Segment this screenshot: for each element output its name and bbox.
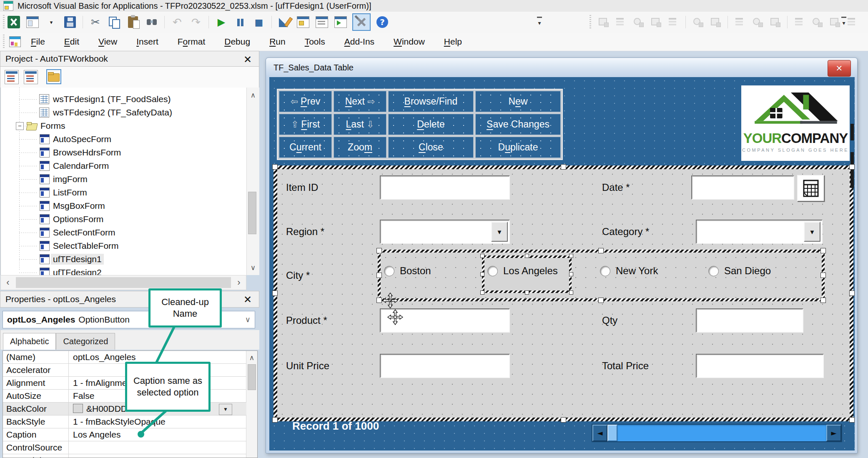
- increase-indent-icon[interactable]: [692, 16, 704, 28]
- project-close-icon[interactable]: ✕: [240, 53, 256, 67]
- nav-button-close[interactable]: Close: [388, 137, 474, 158]
- menubar-grip[interactable]: [3, 35, 5, 49]
- toolbox-icon[interactable]: [352, 13, 371, 31]
- menu-addins[interactable]: Add-Ins: [342, 35, 377, 48]
- tree-expander-icon[interactable]: −: [16, 122, 24, 130]
- menu-format[interactable]: Format: [175, 35, 208, 48]
- tree-item-wstfdesign1tffoodsales[interactable]: wsTFdesign1 (TF_FoodSales): [1, 93, 245, 106]
- unit-price-input[interactable]: [380, 354, 510, 378]
- tree-item-uftfdesign2[interactable]: ufTFdesign2: [1, 266, 245, 275]
- menu-file[interactable]: File: [28, 35, 48, 48]
- property-value[interactable]: [69, 454, 246, 458]
- userform-close-button[interactable]: ✕: [828, 60, 851, 77]
- scroll-up-icon[interactable]: ∧: [246, 353, 257, 362]
- project-explorer-icon[interactable]: [296, 15, 310, 29]
- copy-icon[interactable]: [107, 15, 121, 29]
- menu-run[interactable]: Run: [267, 35, 288, 48]
- make-same-size-icon[interactable]: [828, 16, 841, 28]
- bring-to-front-icon[interactable]: [597, 16, 610, 28]
- radio-circle-icon[interactable]: [708, 266, 719, 276]
- radio-circle-icon[interactable]: [600, 266, 610, 276]
- tree-item-msgboxform[interactable]: MsgBoxForm: [1, 199, 245, 213]
- scroll-right-icon[interactable]: ►: [826, 425, 841, 441]
- scroll-thumb[interactable]: [607, 425, 617, 441]
- cut-icon[interactable]: ✂: [88, 15, 103, 29]
- move-forward-icon[interactable]: [632, 16, 645, 28]
- save-icon[interactable]: [63, 15, 77, 29]
- find-icon[interactable]: [145, 15, 159, 29]
- insert-userform-icon[interactable]: [25, 15, 40, 29]
- qty-input[interactable]: [696, 308, 803, 333]
- menu-debug[interactable]: Debug: [222, 35, 253, 48]
- run-icon[interactable]: ▶: [214, 15, 228, 29]
- tree-item-selectfontform[interactable]: SelectFontForm: [1, 226, 245, 239]
- scroll-left-icon[interactable]: ◄: [592, 425, 607, 441]
- scroll-thumb[interactable]: [248, 192, 256, 234]
- tree-item-uftfdesign1[interactable]: ufTFdesign1: [1, 253, 245, 266]
- move-backward-icon[interactable]: [650, 16, 662, 28]
- scroll-track[interactable]: [16, 277, 231, 288]
- decrease-indent-icon[interactable]: [709, 16, 722, 28]
- insert-userform-dropdown-icon[interactable]: ▾: [44, 15, 58, 29]
- userform-titlebar[interactable]: TF_Sales_Data Table: [266, 58, 857, 77]
- menu-window[interactable]: Window: [391, 35, 427, 48]
- menu-insert[interactable]: Insert: [134, 35, 161, 48]
- chevron-down-icon[interactable]: ∨: [245, 315, 251, 324]
- menu-tools[interactable]: Tools: [302, 35, 328, 48]
- properties-grid-vscrollbar[interactable]: ∧: [246, 351, 257, 458]
- tree-item-selecttableform[interactable]: SelectTableForm: [1, 239, 245, 253]
- tree-item-browsehdrsform[interactable]: BrowseHdrsForm: [1, 146, 245, 159]
- tree-item-wstfdesign2tfsafetydata[interactable]: wsTFdesign2 (TF_SafetyData): [1, 106, 245, 119]
- property-dropdown-icon[interactable]: ▼: [219, 404, 232, 415]
- menu-view[interactable]: View: [96, 35, 120, 48]
- tree-item-imgform[interactable]: imgForm: [1, 173, 245, 186]
- scroll-left-icon[interactable]: ‹: [1, 275, 15, 290]
- total-price-input[interactable]: [696, 354, 824, 378]
- size-to-grid-icon[interactable]: [769, 16, 781, 28]
- calendar-button[interactable]: [797, 175, 825, 202]
- property-value[interactable]: 1 - fmBackStyleOpaque: [69, 415, 246, 428]
- property-value[interactable]: [69, 441, 246, 454]
- project-tree-hscrollbar[interactable]: ‹ ›: [0, 275, 246, 290]
- active-window-icon[interactable]: [9, 36, 21, 47]
- category-combobox[interactable]: ▼: [696, 220, 823, 244]
- tree-item-optionsform[interactable]: OptionsForm: [1, 213, 245, 226]
- nav-button-prev[interactable]: ⇦Prev: [279, 91, 332, 112]
- scroll-up-icon[interactable]: ∧: [247, 91, 259, 99]
- radio-losangeles[interactable]: Los Angeles: [487, 265, 558, 277]
- radio-sandiego[interactable]: San Diego: [708, 265, 771, 277]
- tab-alphabetic[interactable]: Alphabetic: [3, 333, 56, 350]
- property-row-caption[interactable]: CaptionLos Angeles: [3, 428, 246, 441]
- tree-item-autospecform[interactable]: AutoSpecForm: [1, 133, 245, 146]
- properties-close-icon[interactable]: ✕: [240, 293, 256, 307]
- nav-button-next[interactable]: Next⇨: [334, 91, 386, 112]
- nav-button-browsefind[interactable]: Browse/Find: [388, 91, 474, 112]
- scroll-down-icon[interactable]: ∨: [247, 263, 259, 272]
- align-text-icon[interactable]: [667, 16, 680, 28]
- object-browser-icon[interactable]: [334, 15, 348, 29]
- menu-help[interactable]: Help: [442, 35, 464, 48]
- nav-button-zoom[interactable]: Zoom: [334, 137, 386, 158]
- paste-icon[interactable]: [126, 15, 140, 29]
- region-combobox[interactable]: ▼: [380, 220, 510, 244]
- align-lefts-icon[interactable]: [751, 16, 764, 28]
- dropdown-arrow-icon[interactable]: ▼: [804, 222, 820, 242]
- menu-edit[interactable]: Edit: [62, 35, 82, 48]
- tab-categorized[interactable]: Categorized: [56, 333, 115, 350]
- toolbar-grip[interactable]: [3, 15, 5, 29]
- nav-button-last[interactable]: Last⇩: [334, 114, 386, 135]
- design-mode-icon[interactable]: [277, 15, 291, 29]
- nav-button-new[interactable]: New: [475, 91, 561, 112]
- nav-button-current[interactable]: Current: [279, 137, 332, 158]
- property-row-controltiptext[interactable]: ControlTipText: [3, 454, 246, 458]
- break-icon[interactable]: [233, 15, 247, 29]
- view-object-icon[interactable]: [24, 70, 38, 84]
- nav-button-first[interactable]: ⇧First: [279, 114, 332, 135]
- hand-tool-icon[interactable]: [734, 16, 746, 28]
- toolbar2-options-icon[interactable]: ▾: [840, 16, 847, 28]
- radio-circle-icon[interactable]: [487, 266, 498, 276]
- toggle-folders-icon[interactable]: [47, 70, 60, 83]
- property-value[interactable]: Los Angeles: [69, 428, 246, 441]
- toolbar-grip-2[interactable]: [590, 15, 591, 29]
- radio-boston[interactable]: Boston: [384, 265, 431, 277]
